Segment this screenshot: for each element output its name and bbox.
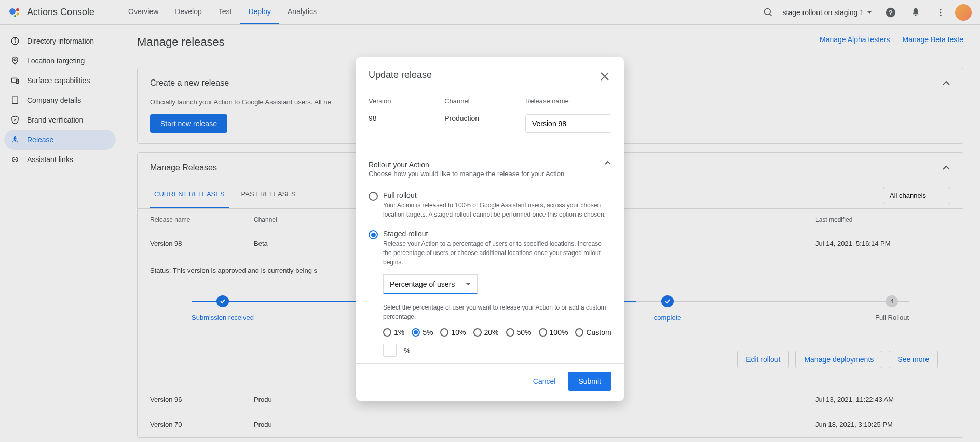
pct-100-radio[interactable]: [539, 328, 547, 337]
pct-custom-radio[interactable]: [575, 328, 583, 337]
full-rollout-radio[interactable]: [369, 192, 378, 201]
pct-custom-label: Custom: [586, 328, 611, 337]
rollout-subtitle: Choose how you would like to manage the …: [369, 170, 564, 178]
pct-50-radio[interactable]: [506, 328, 514, 337]
percentage-helper: Select the percentage of user you want t…: [383, 303, 611, 322]
pct-5-label: 5%: [423, 328, 433, 337]
pct-1-radio[interactable]: [383, 328, 391, 337]
version-value: 98: [369, 114, 424, 123]
version-label: Version: [369, 97, 424, 105]
dropdown-value: Percentage of users: [390, 280, 455, 288]
pct-20-radio[interactable]: [473, 328, 482, 337]
staged-rollout-radio[interactable]: [369, 230, 378, 239]
full-rollout-label: Full rollout: [383, 191, 611, 199]
pct-100-label: 100%: [550, 328, 568, 337]
staged-rollout-desc: Release your Action to a percentage of u…: [383, 239, 611, 267]
update-release-dialog: Update release Version 98 Channel Produc…: [356, 57, 624, 401]
modal-overlay: Update release Version 98 Channel Produc…: [0, 0, 980, 442]
close-icon[interactable]: [598, 70, 611, 85]
full-rollout-desc: Your Action is released to 100% of Googl…: [383, 200, 611, 219]
rollout-title: Rollout your Action: [369, 160, 564, 169]
rollout-mode-dropdown[interactable]: Percentage of users: [383, 274, 478, 294]
pct-1-label: 1%: [394, 328, 404, 337]
custom-percent-input[interactable]: [383, 344, 397, 357]
pct-50-label: 50%: [517, 328, 532, 337]
pct-20-label: 20%: [484, 328, 499, 337]
chevron-down-icon: [466, 283, 471, 286]
pct-10-radio[interactable]: [440, 328, 448, 337]
release-name-input[interactable]: [525, 114, 611, 133]
channel-label: Channel: [444, 97, 505, 105]
percent-suffix: %: [404, 346, 410, 355]
chevron-up-icon[interactable]: [604, 160, 611, 165]
staged-rollout-label: Staged rollout: [383, 230, 611, 238]
dialog-title: Update release: [369, 70, 432, 81]
release-name-label: Release name: [525, 97, 611, 105]
pct-10-label: 10%: [451, 328, 466, 337]
channel-value: Production: [444, 114, 505, 123]
pct-5-radio[interactable]: [412, 328, 420, 337]
submit-button[interactable]: Submit: [568, 372, 611, 391]
cancel-button[interactable]: Cancel: [525, 372, 564, 391]
